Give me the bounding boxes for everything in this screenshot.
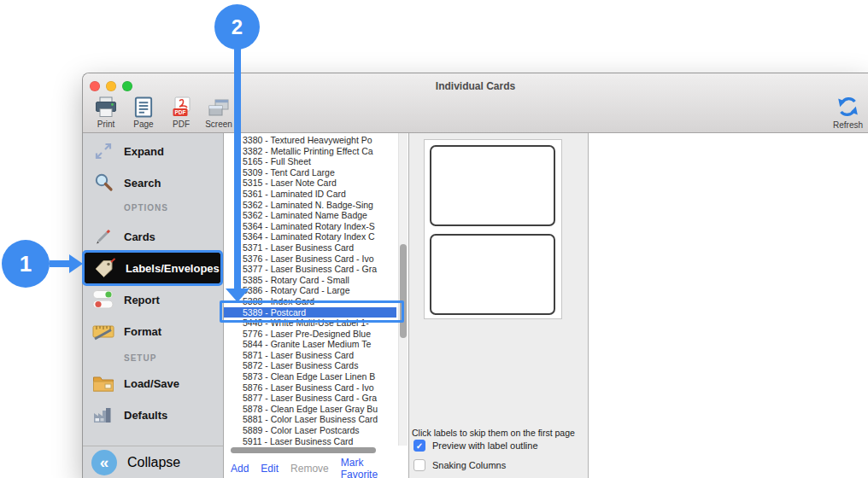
svg-text:PDF: PDF: [174, 109, 185, 115]
list-item[interactable]: 5877 - Laser Business Card - Gra: [224, 393, 396, 404]
list-item[interactable]: 5376 - Laser Business Card - Ivo: [224, 254, 396, 265]
list-item[interactable]: 5385 - Rotary Card - Small: [224, 275, 396, 286]
label-outline-bottom[interactable]: [430, 234, 555, 315]
factory-icon: [91, 405, 115, 424]
list-actions: Add Edit Remove Mark Favorite: [224, 458, 408, 478]
step-1-arrowhead: [69, 254, 83, 273]
refresh-label: Refresh: [833, 120, 863, 130]
list-item[interactable]: 5889 - Color Laser Postcards: [224, 425, 396, 436]
preview-panel: Click labels to skip them on the first p…: [409, 133, 589, 478]
step-1-arrow-line: [50, 260, 70, 267]
list-item[interactable]: 5315 - Laser Note Card: [224, 178, 396, 189]
collapse-label: Collapse: [127, 455, 180, 470]
tag-icon: [93, 258, 117, 278]
list-item[interactable]: 3382 - Metallic Printing Effect Ca: [224, 146, 396, 157]
list-item[interactable]: 5911 - Laser Business Card: [224, 436, 396, 447]
pdf-label: PDF: [173, 120, 190, 129]
sidebar-item-label: Load/Save: [124, 377, 179, 390]
add-button[interactable]: Add: [231, 463, 249, 475]
checkbox-label: Preview with label outline: [432, 440, 538, 451]
sidebar-section-setup: SETUP: [124, 353, 156, 363]
pdf-icon: PDF: [172, 96, 191, 118]
preview-outline-option[interactable]: Preview with label outline: [413, 440, 538, 452]
step-2-arrow-line: [234, 48, 241, 289]
toolbar: Print Page: [90, 96, 235, 129]
label-outline-top[interactable]: [430, 145, 555, 226]
sidebar-item-format[interactable]: Format: [83, 318, 223, 344]
sidebar-item-cards[interactable]: Cards: [83, 224, 223, 249]
screen-icon: [208, 96, 230, 118]
list-item[interactable]: 5876 - Laser Business Card - Ivo: [224, 382, 396, 393]
screenshot-canvas: Individual Cards Print: [0, 0, 868, 478]
list-item[interactable]: 5361 - Laminated ID Card: [224, 189, 396, 200]
print-button[interactable]: Print: [90, 96, 122, 129]
window-content: Expand Search OPTIONS: [83, 133, 868, 478]
list-item[interactable]: 5872 - Laser Business Cards: [224, 360, 396, 371]
list-item[interactable]: 5165 - Full Sheet: [224, 156, 396, 167]
sidebar-item-label: Format: [124, 325, 161, 338]
ruler-pencil-icon: [91, 322, 115, 341]
sidebar-item-label: Search: [124, 177, 161, 189]
snaking-columns-option[interactable]: Snaking Columns: [413, 459, 506, 471]
list-item[interactable]: 3380 - Textured Heavyweight Po: [224, 135, 396, 146]
remove-button[interactable]: Remove: [290, 463, 329, 475]
checkbox-label: Snaking Columns: [432, 460, 506, 470]
list-item[interactable]: 5776 - Laser Pre-Designed Blue: [224, 329, 396, 340]
sidebar: Expand Search OPTIONS: [83, 133, 224, 478]
vertical-scrollbar[interactable]: [398, 133, 408, 446]
vertical-scrollbar-thumb[interactable]: [400, 244, 407, 338]
sidebar-item-report[interactable]: Report: [83, 287, 223, 312]
sidebar-item-label: Report: [124, 294, 160, 306]
list-item[interactable]: 5371 - Laser Business Card: [224, 242, 396, 254]
label-preview-page[interactable]: [424, 139, 562, 319]
refresh-button[interactable]: Refresh: [833, 96, 863, 130]
sidebar-section-options: OPTIONS: [124, 203, 168, 213]
page-icon: [134, 96, 153, 118]
step-2-badge: 2: [214, 4, 260, 50]
sidebar-item-labels-envelopes[interactable]: Labels/Envelopes: [85, 253, 220, 283]
search-icon: [91, 172, 115, 193]
list-item[interactable]: 5377 - Laser Business Card - Gra: [224, 264, 396, 275]
sidebar-item-label: Expand: [124, 145, 164, 158]
snaking-columns-checkbox[interactable]: [413, 459, 425, 471]
list-item[interactable]: 5364 - Laminated Rotary Index-S: [224, 221, 396, 232]
page-button[interactable]: Page: [127, 96, 160, 129]
sidebar-item-expand[interactable]: Expand: [83, 138, 223, 164]
window-title: Individual Cards: [83, 80, 868, 92]
label-list[interactable]: 3380 - Textured Heavyweight Po3382 - Met…: [224, 135, 396, 447]
main-area: [589, 133, 868, 478]
list-item[interactable]: 5386 - Rotary Card - Large: [224, 285, 396, 296]
list-item[interactable]: 5881 - Color Laser Business Card: [224, 414, 396, 425]
list-item[interactable]: 5364 - Laminated Rotary Index C: [224, 231, 396, 242]
list-item[interactable]: 5362 - Laminated Name Badge: [224, 210, 396, 221]
preview-outline-checkbox[interactable]: [413, 440, 425, 452]
list-item[interactable]: 5309 - Tent Card Large: [224, 167, 396, 178]
window-header: Individual Cards Print: [83, 73, 868, 133]
sidebar-item-label: Defaults: [124, 409, 167, 422]
print-label: Print: [97, 120, 115, 129]
sidebar-item-load-save[interactable]: Load/Save: [83, 370, 223, 396]
app-window: Individual Cards Print: [82, 73, 868, 478]
screen-button[interactable]: Screen: [202, 96, 235, 129]
list-item[interactable]: 5878 - Clean Edge Laser Gray Bu: [224, 404, 396, 415]
skip-labels-hint: Click labels to skip them on the first p…: [412, 428, 575, 438]
sidebar-item-label: Labels/Envelopes: [126, 262, 220, 275]
page-label: Page: [133, 120, 153, 129]
print-icon: [95, 96, 117, 118]
list-item[interactable]: 5362 - Laminated N. Badge-Sing: [224, 200, 396, 211]
step-1-badge: 1: [2, 240, 50, 288]
list-item[interactable]: 5873 - Clean Edge Laser Linen B: [224, 371, 396, 382]
chevron-double-left-icon: [91, 450, 117, 475]
list-item[interactable]: 5844 - Granite Laser Medium Te: [224, 339, 396, 350]
collapse-button[interactable]: Collapse: [83, 446, 223, 478]
horizontal-scrollbar-thumb[interactable]: [231, 447, 376, 453]
mark-favorite-button[interactable]: Mark Favorite: [341, 457, 396, 478]
list-item[interactable]: 5871 - Laser Business Card: [224, 350, 396, 361]
sidebar-item-defaults[interactable]: Defaults: [83, 402, 223, 428]
sidebar-item-search[interactable]: Search: [83, 170, 223, 195]
edit-button[interactable]: Edit: [261, 463, 279, 475]
screen-label: Screen: [205, 120, 232, 129]
folder-icon: [91, 374, 115, 393]
pdf-button[interactable]: PDF PDF: [165, 96, 197, 129]
report-toggles-icon: [91, 289, 115, 310]
